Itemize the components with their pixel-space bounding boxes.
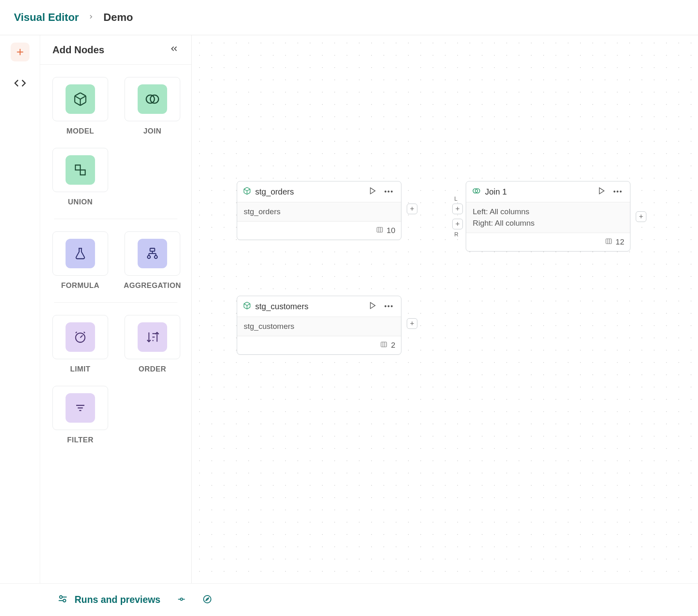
divider	[54, 219, 177, 219]
input-port-right[interactable]: +	[452, 219, 463, 229]
union-icon	[66, 155, 95, 185]
node-label: LIMIT	[70, 365, 91, 374]
cube-icon	[243, 187, 251, 197]
node-label: AGGREGATION	[124, 281, 181, 290]
run-node-button[interactable]	[367, 300, 378, 313]
input-port-left[interactable]: +	[452, 204, 463, 214]
canvas[interactable]: stg_orders ••• stg_orders 10 +	[192, 35, 698, 583]
cube-icon	[243, 301, 251, 311]
svg-point-41	[63, 599, 66, 602]
output-port[interactable]: +	[407, 204, 417, 214]
node-type-order[interactable]	[125, 315, 180, 359]
node-body: Left: All columns Right: All columns	[466, 202, 630, 233]
node-body: stg_customers	[237, 317, 401, 336]
svg-line-15	[84, 332, 85, 333]
node-title: stg_orders	[255, 187, 363, 197]
node-type-filter[interactable]	[52, 386, 108, 430]
node-label: FORMULA	[61, 281, 99, 290]
flask-icon	[66, 239, 95, 268]
sort-icon	[138, 322, 167, 352]
collapse-panel-button[interactable]	[169, 44, 179, 56]
run-node-button[interactable]	[367, 185, 378, 198]
node-type-model[interactable]	[52, 77, 108, 121]
node-type-join[interactable]	[125, 77, 180, 121]
tool-rail: code	[0, 35, 40, 583]
add-nodes-panel: Add Nodes MODEL	[40, 35, 192, 583]
node-title: stg_customers	[255, 302, 363, 311]
runs-and-previews-button[interactable]: Runs and previews	[57, 593, 161, 607]
aggregation-icon	[138, 239, 167, 268]
node-menu-button[interactable]: •••	[383, 301, 395, 312]
breadcrumb: Visual Editor Demo	[0, 0, 698, 35]
port-label: L	[454, 195, 458, 202]
svg-marker-25	[370, 188, 375, 194]
output-port[interactable]: +	[636, 211, 646, 222]
node-menu-button[interactable]: •••	[612, 186, 624, 197]
cube-icon	[66, 84, 95, 114]
svg-rect-31	[381, 342, 387, 347]
svg-point-12	[154, 256, 157, 258]
node-type-limit[interactable]	[52, 315, 108, 359]
compass-icon[interactable]	[202, 594, 212, 606]
svg-rect-26	[377, 227, 383, 232]
svg-marker-36	[599, 188, 604, 194]
node-type-union[interactable]	[52, 148, 108, 192]
svg-point-45	[204, 596, 211, 603]
columns-icon	[376, 226, 383, 236]
node-label: UNION	[68, 198, 93, 206]
port-label: R	[454, 231, 458, 238]
panel-title: Add Nodes	[52, 44, 104, 56]
columns-icon	[605, 238, 612, 247]
svg-marker-46	[206, 598, 209, 601]
add-button[interactable]	[11, 43, 29, 61]
column-count: 2	[391, 341, 395, 350]
column-count: 10	[387, 226, 395, 235]
commit-icon[interactable]	[177, 595, 186, 605]
node-label: JOIN	[143, 127, 161, 136]
node-title: Join 1	[485, 187, 592, 197]
svg-point-11	[147, 256, 150, 258]
node-body: stg_orders	[237, 202, 401, 222]
svg-rect-37	[606, 239, 612, 244]
node-menu-button[interactable]: •••	[383, 186, 395, 197]
column-count: 12	[616, 238, 624, 247]
canvas-node-stg-customers[interactable]: stg_customers ••• stg_customers 2	[237, 296, 401, 355]
venn-icon	[472, 186, 481, 197]
node-label: ORDER	[138, 365, 166, 374]
node-label: MODEL	[66, 127, 94, 136]
svg-marker-30	[370, 303, 375, 309]
node-type-aggregation[interactable]	[125, 231, 180, 276]
node-type-formula[interactable]	[52, 231, 108, 276]
output-port[interactable]: +	[407, 318, 417, 329]
svg-rect-6	[150, 248, 154, 251]
canvas-node-stg-orders[interactable]: stg_orders ••• stg_orders 10	[237, 181, 401, 240]
columns-icon	[380, 341, 388, 350]
svg-point-42	[180, 598, 183, 600]
chevron-right-icon	[88, 14, 94, 22]
runs-icon	[57, 593, 68, 607]
gauge-icon	[66, 322, 95, 352]
breadcrumb-leaf: Demo	[103, 11, 133, 24]
node-label: FILTER	[67, 436, 94, 444]
venn-icon	[138, 84, 167, 114]
svg-point-40	[59, 596, 62, 598]
svg-line-14	[76, 332, 77, 333]
footer: Runs and previews	[0, 583, 698, 616]
breadcrumb-root[interactable]: Visual Editor	[14, 11, 79, 24]
filter-icon	[66, 393, 95, 423]
canvas-node-join-1[interactable]: Join 1 ••• Left: All columns Right: All …	[466, 181, 630, 251]
run-node-button[interactable]	[596, 185, 607, 198]
code-view-button[interactable]: code	[11, 74, 29, 93]
divider	[54, 302, 177, 303]
